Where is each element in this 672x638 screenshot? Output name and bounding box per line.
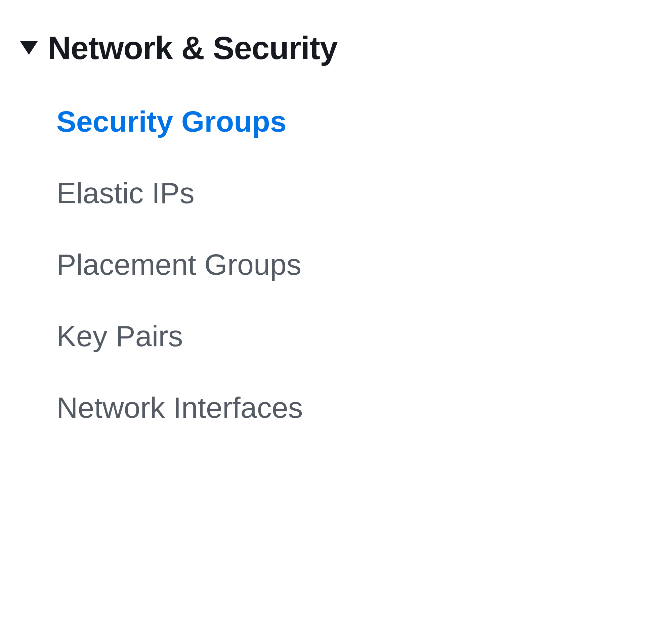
sidebar-item-security-groups[interactable]: Security Groups	[56, 104, 286, 138]
sidebar-item-placement-groups[interactable]: Placement Groups	[56, 248, 301, 281]
sidebar-item-network-interfaces[interactable]: Network Interfaces	[56, 390, 303, 424]
caret-down-icon	[20, 41, 38, 55]
svg-marker-0	[20, 41, 38, 55]
section-items: Security Groups Elastic IPs Placement Gr…	[20, 104, 672, 425]
section-header-network-security[interactable]: Network & Security	[20, 30, 672, 66]
sidebar-item-key-pairs[interactable]: Key Pairs	[56, 319, 183, 353]
section-title: Network & Security	[48, 30, 337, 66]
sidebar-section-network-security: Network & Security Security Groups Elast…	[20, 30, 672, 425]
sidebar-item-elastic-ips[interactable]: Elastic IPs	[56, 176, 195, 210]
